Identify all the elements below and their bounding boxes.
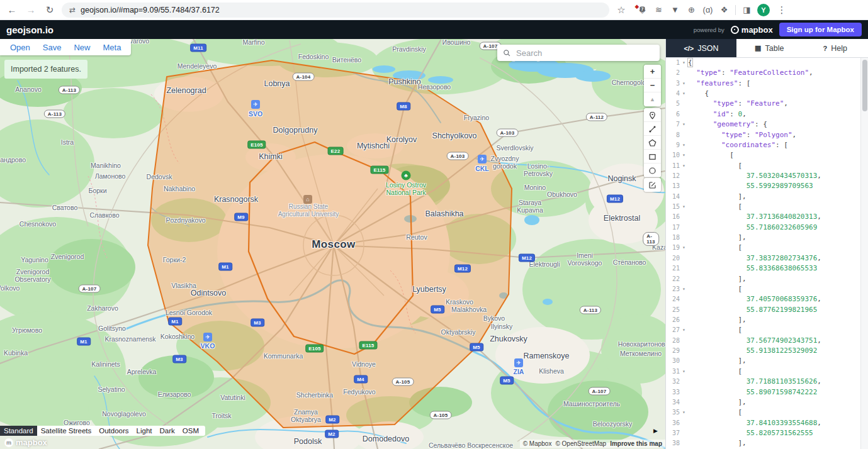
extensions-area: ◆7 ◈ ≋ ▼ ⊕ (ɑ) ❖ ◨ [637,5,752,15]
edit-controls [644,178,661,192]
bookmark-star-icon[interactable]: ☆ [614,0,628,20]
url-text: geojson.io/#map=9.09/55.7484/37.6172 [81,6,220,14]
draw-circle-button[interactable] [644,164,661,177]
draw-line-button[interactable] [644,122,661,136]
code-line: 30 ], [666,356,860,366]
json-tab-icon: </> [684,45,694,52]
globe-extension-icon[interactable]: ⊕ [686,5,697,14]
code-line: 32 37.71881103515626, [666,377,860,387]
extension-icon-1[interactable]: ◈ [637,5,648,14]
mapbox-watermark-icon: m [4,438,13,447]
forward-icon[interactable]: → [24,0,38,20]
zoom-controls: + − ▲ [644,65,661,106]
edit-layers-button[interactable] [644,178,661,192]
tab-label: Table [765,44,784,53]
attrib-osm[interactable]: © OpenStreetMap [555,440,606,447]
basemap-osm[interactable]: OSM [179,426,203,436]
tab-label: JSON [697,44,718,53]
url-bar[interactable]: ⇄ geojson.io/#map=9.09/55.7484/37.6172 [62,3,609,18]
improve-map-link[interactable]: Improve this map [610,440,662,447]
extension-icon-3[interactable]: ▼ [670,5,680,14]
map-tiles [0,39,665,449]
code-line: 10▾ [ [666,150,860,160]
code-line: 26 ], [666,315,860,325]
code-line: 3▾ "features": [ [666,79,860,89]
code-line: 11▾ [ [666,161,860,171]
basemap-outdoors[interactable]: Outdoors [95,426,132,436]
basemap-standard[interactable]: Standard [0,426,37,436]
zoom-out-button[interactable]: − [644,79,661,92]
code-line: 16 37.37136840820313, [666,212,860,222]
editor-tabs: </>JSON▦Table?Help [666,39,868,58]
code-line: 37 55.8205731562555 [666,428,860,438]
basemap-dark[interactable]: Dark [155,426,178,436]
code-line: 34 ], [666,397,860,407]
a-extension-icon[interactable]: (ɑ) [702,5,713,14]
code-line: 28 37.56774902343751, [666,336,860,346]
search-box[interactable] [497,45,660,61]
code-line: 22 ], [666,274,860,284]
extension-icon-2[interactable]: ≋ [653,5,664,14]
code-line: 13 55.5992989709563 [666,181,860,191]
app-header: geojson.io powered by mapbox Sign up for… [0,20,868,39]
code-line: 21 55.83368638065533 [666,263,860,274]
basemap-switcher: StandardSatellite StreetsOutdoorsLightDa… [0,426,205,436]
divider [735,5,736,15]
sidebar-icon[interactable]: ◨ [741,5,752,14]
site-settings-icon[interactable]: ⇄ [69,6,76,14]
extensions-puzzle-icon[interactable]: ❖ [719,5,730,14]
basemap-light[interactable]: Light [133,426,156,436]
code-line: 7▾ "geometry": { [666,119,860,130]
tab-label: Help [831,44,847,53]
code-line: 33 55.89071598742222 [666,387,860,397]
menu-item-new[interactable]: New [74,43,90,52]
tab-help[interactable]: ?Help [803,39,868,57]
code-line: 8 "type": "Polygon", [666,130,860,140]
code-line: 25 55.87762199821965 [666,305,860,315]
draw-rectangle-button[interactable] [644,150,661,164]
tab-json[interactable]: </>JSON [666,39,736,57]
back-icon[interactable]: ← [5,0,19,20]
menu-item-open[interactable]: Open [10,43,30,52]
draw-marker-button[interactable] [644,108,661,122]
menu-kebab-icon[interactable]: ⋮ [775,0,789,20]
mapbox-logo: mapbox [731,25,773,35]
code-line: 18 ], [666,233,860,243]
basemap-satellite-streets[interactable]: Satellite Streets [37,426,96,436]
code-line: 12 37.50320434570313, [666,171,860,181]
help-tab-icon: ? [823,45,828,52]
map-canvas[interactable]: MoscowZelenogradBalashikhaOdintsovoPodol… [0,39,665,449]
menu-item-meta[interactable]: Meta [103,43,121,52]
pitch-reset-button[interactable]: ▲ [644,92,661,106]
search-icon [502,48,511,57]
table-tab-icon: ▦ [755,44,761,52]
tab-table[interactable]: ▦Table [736,39,803,57]
editor-panel: </>JSON▦Table?Help 1▾{2 "type": "Feature… [665,39,868,449]
code-line: 6 "id": 0, [666,109,860,119]
code-line: 31▾ [ [666,367,860,377]
search-input[interactable] [515,48,655,58]
draw-polygon-button[interactable] [644,136,661,150]
import-notification: Imported 2 features. [4,60,87,79]
code-line: 4▾ { [666,89,860,99]
profile-avatar[interactable]: Y [757,4,770,16]
zoom-in-button[interactable]: + [644,65,661,79]
code-line: 29 55.91381225329092 [666,346,860,356]
refresh-icon[interactable]: ↻ [43,0,57,20]
code-line: 14 ], [666,192,860,202]
scrollbar-thumb[interactable] [862,60,867,111]
signup-button[interactable]: Sign up for Mapbox [779,23,862,36]
menu-item-save[interactable]: Save [43,43,62,52]
mapbox-watermark[interactable]: mmapbox [4,438,47,447]
code-line: 20 37.38372802734376, [666,253,860,263]
code-line: 1▾{ [666,58,860,68]
code-line: 36 37.84103393554688, [666,418,860,428]
json-editor[interactable]: 1▾{2 "type": "FeatureCollection",3▾ "fea… [666,58,860,449]
code-line: 5 "type": "Feature", [666,99,860,109]
code-line: 9▾ "coordinates": [ [666,140,860,150]
mapbox-circle-icon [731,26,739,34]
panel-scrollbar[interactable] [860,58,868,449]
attrib-mapbox[interactable]: © Mapbox [523,440,552,447]
attribution-expander-icon[interactable]: ▶ [653,428,658,434]
code-line: 19▾ [ [666,243,860,253]
